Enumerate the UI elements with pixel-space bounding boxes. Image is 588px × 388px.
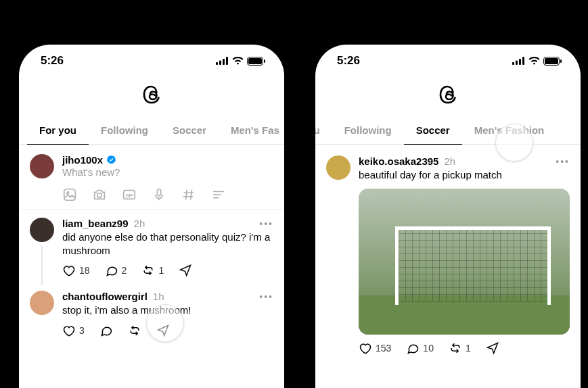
reply-button[interactable]: [99, 324, 113, 337]
post-more-icon[interactable]: •••: [556, 156, 570, 167]
status-icons: [216, 57, 265, 66]
svg-rect-7: [64, 189, 76, 201]
reply-button[interactable]: 2: [105, 264, 127, 277]
post-image[interactable]: [359, 189, 570, 335]
status-icons: [512, 57, 562, 66]
post-text: beautiful day for a pickup match: [359, 168, 570, 182]
battery-icon: [247, 57, 265, 66]
compose-prompt[interactable]: What's new?: [62, 166, 273, 178]
svg-point-9: [97, 193, 101, 197]
camera-icon[interactable]: [92, 187, 107, 202]
feed-tabs: you Following Soccer Men's Fashion: [315, 118, 581, 145]
svg-rect-13: [512, 62, 514, 65]
status-time: 5:26: [337, 54, 360, 68]
svg-rect-19: [560, 59, 562, 63]
post-username[interactable]: chantouflowergirl: [62, 291, 148, 302]
share-button[interactable]: [179, 264, 192, 277]
app-logo-row: [315, 72, 581, 118]
post-more-icon[interactable]: •••: [259, 218, 273, 229]
post-more-icon[interactable]: •••: [259, 291, 273, 302]
svg-rect-5: [248, 58, 262, 64]
post-username[interactable]: keiko.osaka2395: [359, 155, 438, 167]
touch-indicator: [146, 304, 184, 342]
avatar[interactable]: [30, 291, 54, 315]
gif-icon[interactable]: GIF: [122, 187, 137, 202]
cellular-icon: [216, 57, 229, 65]
compose-username: jiho100x: [62, 154, 103, 166]
wifi-icon: [232, 57, 244, 65]
svg-rect-2: [223, 59, 225, 65]
svg-point-8: [67, 192, 69, 194]
mic-icon[interactable]: [152, 187, 166, 202]
wifi-icon: [528, 57, 540, 65]
feed-tabs: For you Following Soccer Men's Fas: [19, 118, 284, 145]
post-text: did anyone else do that personality quiz…: [62, 231, 273, 257]
post-actions: 18 2 1: [62, 264, 273, 277]
svg-rect-0: [216, 62, 218, 65]
tab-soccer[interactable]: Soccer: [160, 118, 219, 144]
tab-following[interactable]: Following: [89, 118, 160, 144]
post[interactable]: keiko.osaka2395 2h ••• beautiful day for…: [315, 145, 581, 360]
post-timestamp: 2h: [444, 155, 455, 167]
status-time: 5:26: [41, 54, 64, 68]
svg-rect-6: [264, 59, 265, 63]
tab-soccer[interactable]: Soccer: [404, 118, 462, 144]
reply-button[interactable]: 10: [406, 341, 434, 355]
status-bar: 5:26: [315, 45, 581, 72]
like-button[interactable]: 153: [359, 341, 391, 355]
status-bar: 5:26: [19, 45, 284, 72]
svg-rect-3: [226, 57, 228, 65]
phone-right: 5:26 you Following Soccer Men's Fashion …: [315, 45, 581, 388]
svg-rect-1: [219, 61, 221, 66]
threads-logo-icon: [141, 81, 162, 105]
compose-row[interactable]: jiho100x What's new? GIF: [19, 145, 284, 210]
cellular-icon: [512, 57, 525, 65]
touch-indicator: [495, 124, 533, 162]
post[interactable]: liam_beanz99 2h ••• did anyone else do t…: [19, 210, 284, 283]
svg-rect-18: [545, 58, 558, 64]
svg-rect-15: [519, 59, 521, 65]
svg-rect-14: [516, 61, 518, 66]
post-timestamp: 1h: [153, 291, 164, 302]
tab-mens-fashion[interactable]: Men's Fas: [219, 118, 279, 144]
tab-for-you[interactable]: For you: [27, 118, 89, 144]
avatar[interactable]: [30, 218, 54, 242]
repost-button[interactable]: 1: [141, 264, 164, 277]
phone-left: 5:26 For you Following Soccer Men's Fas …: [19, 45, 284, 388]
menu-icon[interactable]: [211, 187, 226, 202]
battery-icon: [543, 57, 562, 66]
svg-text:GIF: GIF: [126, 193, 133, 198]
hashtag-icon[interactable]: [181, 187, 196, 202]
repost-button[interactable]: [128, 324, 141, 337]
threads-logo-icon: [437, 81, 459, 105]
verified-badge-icon: [106, 155, 116, 165]
repost-button[interactable]: 1: [449, 341, 471, 355]
tab-for-you[interactable]: you: [315, 118, 332, 144]
tab-following[interactable]: Following: [332, 118, 404, 144]
svg-rect-12: [157, 189, 161, 196]
svg-rect-16: [522, 57, 524, 65]
post-username[interactable]: liam_beanz99: [62, 218, 129, 229]
avatar[interactable]: [326, 155, 350, 180]
post-actions: 153 10 1: [359, 341, 570, 355]
compose-tools: GIF: [62, 187, 273, 202]
post-timestamp: 2h: [134, 218, 145, 229]
gallery-icon[interactable]: [62, 187, 77, 202]
avatar[interactable]: [30, 154, 54, 178]
like-button[interactable]: 18: [62, 264, 90, 277]
app-logo-row: [19, 72, 284, 118]
share-button[interactable]: [486, 341, 499, 355]
like-button[interactable]: 3: [62, 324, 85, 337]
